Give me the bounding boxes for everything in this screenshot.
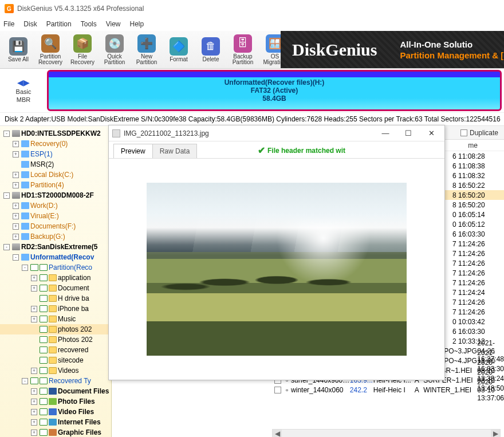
toolbar-file-recovery[interactable]: 📦FileRecovery: [66, 33, 99, 67]
tree-item[interactable]: + Partition(4): [0, 180, 111, 190]
tree-item[interactable]: + Music: [0, 314, 111, 324]
maximize-button[interactable]: ☐: [399, 127, 418, 140]
tree-toggle-icon[interactable]: +: [31, 316, 37, 322]
menu-file[interactable]: File: [3, 20, 14, 28]
tree-item[interactable]: MSR(2): [0, 159, 111, 170]
menu-tools[interactable]: Tools: [81, 20, 97, 28]
minimize-button[interactable]: —: [376, 127, 395, 140]
disk-basic-info[interactable]: ◀▶ Basic MBR: [2, 70, 45, 111]
tree-item[interactable]: H drive ba: [0, 293, 111, 304]
horizontal-scrollbar[interactable]: ◀ ▶: [272, 429, 501, 437]
tree-item[interactable]: + Document: [0, 283, 111, 293]
tree-item[interactable]: + Work(D:): [0, 200, 111, 211]
tree-item[interactable]: + Video Files: [0, 407, 111, 417]
tree-toggle-icon[interactable]: +: [31, 409, 37, 415]
tree-item[interactable]: - Partition(Reco: [0, 262, 111, 273]
tree-item[interactable]: sitecode: [0, 355, 111, 365]
tree-item[interactable]: - Unformatted(Recov: [0, 252, 111, 262]
tree-item[interactable]: + Local Disk(C:): [0, 170, 111, 180]
tree-checkbox[interactable]: [40, 408, 48, 415]
tree-item[interactable]: + Internet Files: [0, 417, 111, 427]
partition-box[interactable]: Unformatted(Recover files)(H:) FAT32 (Ac…: [47, 70, 502, 111]
tree-checkbox[interactable]: [40, 367, 48, 374]
tab-raw-data[interactable]: Raw Data: [152, 144, 198, 158]
tree-toggle-icon[interactable]: +: [13, 234, 19, 240]
tree-item[interactable]: photos 202: [0, 324, 111, 334]
tree-item[interactable]: - HD1:ST2000DM008-2F: [0, 190, 111, 200]
tree-checkbox[interactable]: [40, 347, 48, 353]
tree-item[interactable]: + application: [0, 273, 111, 283]
close-button[interactable]: ✕: [422, 127, 441, 140]
toolbar-format[interactable]: 🔷Format: [163, 33, 195, 67]
tree-checkbox[interactable]: [40, 429, 48, 436]
tree-toggle-icon[interactable]: -: [22, 265, 28, 271]
menu-help[interactable]: Help: [130, 20, 144, 28]
preview-window[interactable]: IMG_20211002_113213.jpg — ☐ ✕ Preview Ra…: [108, 125, 445, 380]
tree-toggle-icon[interactable]: +: [13, 151, 19, 158]
tree-toggle-icon[interactable]: +: [31, 388, 37, 395]
tree-checkbox[interactable]: [40, 274, 48, 281]
tree-toggle-icon[interactable]: +: [13, 213, 19, 219]
nav-arrows-icon[interactable]: ◀▶: [17, 78, 30, 87]
tree-toggle-icon[interactable]: -: [3, 192, 10, 199]
tree-toggle-icon[interactable]: +: [13, 203, 19, 209]
tree-toggle-icon[interactable]: +: [13, 182, 19, 188]
col-time[interactable]: me: [468, 141, 478, 149]
tree-item[interactable]: Photos 202: [0, 334, 111, 345]
tree-toggle-icon[interactable]: -: [22, 378, 28, 384]
tree-checkbox[interactable]: [40, 305, 48, 312]
menu-disk[interactable]: Disk: [23, 20, 37, 28]
tree-item[interactable]: + iPhone ba: [0, 304, 111, 314]
tree-panel[interactable]: - HD0:INTELSSDPEKKW2+ Recovery(0)+ ESP(1…: [0, 126, 112, 437]
tree-checkbox[interactable]: [30, 377, 38, 384]
tree-item[interactable]: + Graphic Files: [0, 427, 111, 437]
scroll-right-icon[interactable]: ▶: [491, 430, 500, 437]
tree-checkbox[interactable]: [40, 398, 48, 405]
tree-toggle-icon[interactable]: +: [31, 285, 37, 292]
tree-checkbox[interactable]: [40, 357, 48, 364]
tree-item[interactable]: recovered: [0, 345, 111, 355]
tree-item[interactable]: + Document Files: [0, 386, 111, 396]
tree-item[interactable]: + ESP(1): [0, 149, 111, 159]
tree-item[interactable]: + Backup(G:): [0, 231, 111, 242]
scroll-left-icon[interactable]: ◀: [273, 430, 282, 437]
toolbar-delete[interactable]: 🗑Delete: [195, 33, 227, 67]
tree-toggle-icon[interactable]: +: [31, 399, 37, 405]
toolbar-save-all[interactable]: 💾Save All: [2, 33, 34, 67]
file-row[interactable]: ▫winter_1440x060242.2Heif-Heic IAWINTER_…: [112, 385, 504, 395]
preview-titlebar[interactable]: IMG_20211002_113213.jpg — ☐ ✕: [109, 125, 444, 141]
toolbar-backup-partition[interactable]: 🗄BackupPartition: [227, 33, 259, 67]
tree-toggle-icon[interactable]: -: [3, 131, 10, 137]
tree-toggle-icon[interactable]: +: [13, 141, 19, 147]
tree-item[interactable]: + Recovery(0): [0, 139, 111, 149]
tree-item[interactable]: + Documents(F:): [0, 221, 111, 231]
tree-checkbox[interactable]: [40, 295, 48, 302]
tree-item[interactable]: - HD0:INTELSSDPEKKW2: [0, 128, 111, 139]
tree-item[interactable]: + Videos: [0, 365, 111, 376]
tree-item[interactable]: + Virual(E:): [0, 211, 111, 221]
duplicate-checkbox[interactable]: [460, 129, 467, 136]
tree-toggle-icon[interactable]: +: [13, 223, 19, 230]
tree-toggle-icon[interactable]: +: [31, 419, 37, 426]
tree-toggle-icon[interactable]: +: [31, 430, 37, 436]
tree-checkbox[interactable]: [40, 316, 48, 322]
tree-item[interactable]: - RD2:SanDiskExtreme(5: [0, 242, 111, 252]
toolbar-new-partition[interactable]: ➕NewPartition: [131, 33, 163, 67]
tree-toggle-icon[interactable]: -: [3, 244, 10, 250]
tree-toggle-icon[interactable]: +: [31, 275, 37, 281]
tree-toggle-icon[interactable]: +: [31, 368, 37, 374]
tree-item[interactable]: + Photo Files: [0, 396, 111, 407]
tree-toggle-icon[interactable]: +: [13, 172, 19, 178]
menu-partition[interactable]: Partition: [46, 20, 72, 28]
tree-checkbox[interactable]: [30, 264, 38, 271]
toolbar-partition-recovery[interactable]: 🔍PartitionRecovery: [34, 33, 66, 67]
tree-checkbox[interactable]: [40, 336, 48, 343]
duplicate-toggle[interactable]: Duplicate: [460, 129, 498, 137]
tree-toggle-icon[interactable]: +: [31, 306, 37, 312]
tree-checkbox[interactable]: [40, 285, 48, 292]
file-checkbox[interactable]: [274, 387, 281, 393]
menu-view[interactable]: View: [106, 20, 121, 28]
toolbar-quick-partition[interactable]: 💿QuickPartition: [99, 33, 131, 67]
tree-toggle-icon[interactable]: -: [13, 254, 19, 261]
tree-item[interactable]: - Recovered Ty: [0, 376, 111, 386]
